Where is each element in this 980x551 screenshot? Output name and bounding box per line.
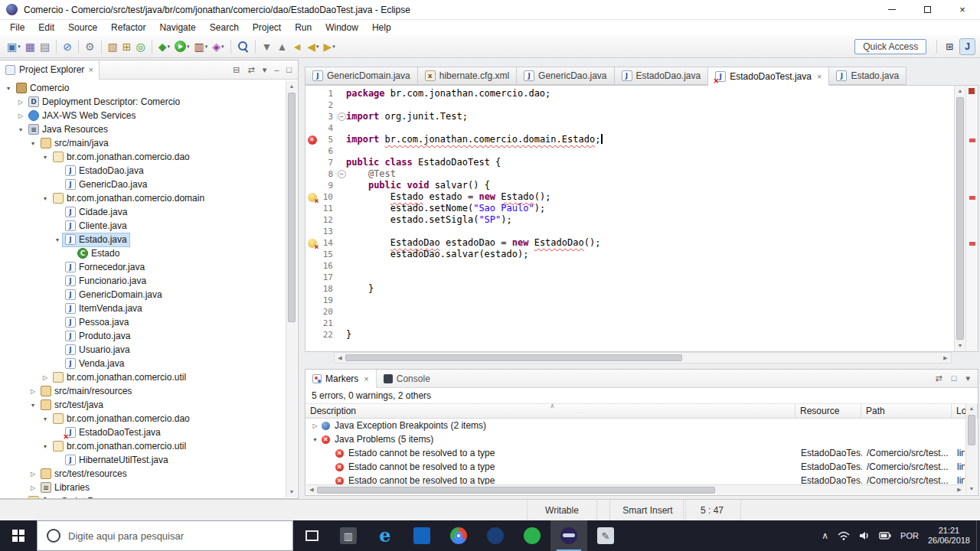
project-explorer-tab[interactable]: Project Explorer × <box>0 60 100 80</box>
tree-item[interactable]: ▷br.com.jonathan.comercio.util <box>0 370 285 384</box>
tree-item[interactable]: JHibernateUtilTest.java <box>0 453 285 467</box>
collapsed-arrow-icon[interactable]: ▷ <box>309 422 321 429</box>
scroll-right-icon[interactable]: ▶ <box>954 487 965 493</box>
scroll-down-icon[interactable]: ▼ <box>955 341 965 351</box>
tree-item[interactable]: JGenericDomain.java <box>0 288 285 302</box>
scroll-left-icon[interactable]: ◀ <box>335 355 345 361</box>
tree-item[interactable]: ▾JEstado.java <box>0 233 285 246</box>
menu-navigate[interactable]: Navigate <box>152 21 202 34</box>
code-line[interactable]: ×10 Estado estado = new Estado(); <box>306 191 953 203</box>
taskbar-app-5[interactable]: ✎ <box>587 520 624 551</box>
close-icon[interactable]: × <box>88 65 93 74</box>
overview-ruler[interactable] <box>965 86 978 351</box>
new-java-package-button[interactable]: ⊞ <box>120 38 134 55</box>
markers-column-resource[interactable]: Resource <box>795 404 861 418</box>
collapsed-arrow-icon[interactable]: ▷ <box>15 112 26 119</box>
tree-item[interactable]: ▾Comercio <box>0 81 285 95</box>
maximize-view-icon[interactable]: □ <box>286 65 292 75</box>
code-line[interactable]: 6 <box>306 145 953 157</box>
code-line[interactable]: 17 <box>306 272 953 283</box>
menu-help[interactable]: Help <box>365 21 398 34</box>
code-line[interactable]: 20 <box>306 306 953 318</box>
code-line[interactable]: 11 estado.setNome("Sao Paulo"); <box>306 203 953 214</box>
menu-run[interactable]: Run <box>288 21 318 34</box>
menu-file[interactable]: File <box>3 21 31 34</box>
taskbar-app-2[interactable] <box>403 520 440 551</box>
code-line[interactable]: 4 <box>306 122 953 134</box>
taskbar-app-chrome[interactable] <box>440 520 477 551</box>
back-button[interactable]: ◀▾ <box>305 38 321 55</box>
restore-view-icon[interactable]: □ <box>952 373 957 383</box>
collapsed-arrow-icon[interactable]: ▷ <box>28 388 38 395</box>
tree-item[interactable]: ▾≡Java Resources <box>0 122 285 136</box>
save-button[interactable]: ▦ <box>23 38 38 55</box>
external-tools-button[interactable]: ◈▾ <box>210 38 226 55</box>
tree-item[interactable]: JFuncionario.java <box>0 274 285 288</box>
tree-item[interactable]: ▷DDeployment Descriptor: Comercio <box>0 95 285 109</box>
markers-scrollbar[interactable]: ▲ ▼ <box>965 403 977 494</box>
code-line[interactable]: 2 <box>306 99 953 111</box>
expanded-arrow-icon[interactable]: ▾ <box>28 402 38 409</box>
expanded-arrow-icon[interactable]: ▾ <box>309 436 321 443</box>
tree-item[interactable]: ▷src/main/resources <box>0 384 285 398</box>
menu-source[interactable]: Source <box>61 21 104 34</box>
taskbar-app-1[interactable]: ▥ <box>330 520 367 551</box>
tab-hibernate.cfg.xml[interactable]: xhibernate.cfg.xml <box>418 67 517 85</box>
previous-annotation-button[interactable]: ▲ <box>274 38 289 55</box>
new-java-class-button[interactable]: ◎ <box>133 38 147 55</box>
last-edit-location-button[interactable]: ◄ <box>289 38 305 55</box>
expanded-arrow-icon[interactable]: ▾ <box>40 195 51 202</box>
close-icon[interactable]: × <box>817 72 822 81</box>
scroll-down-icon[interactable]: ▼ <box>966 484 977 494</box>
editor-horizontal-scrollbar[interactable]: ◀ ▶ <box>334 352 952 364</box>
menu-window[interactable]: Window <box>318 21 365 34</box>
alternate-layout-icon[interactable]: ⇄ <box>936 373 942 383</box>
task-view-button[interactable] <box>293 520 330 551</box>
tree-item[interactable]: JPessoa.java <box>0 315 285 329</box>
expanded-arrow-icon[interactable]: ▾ <box>40 154 51 161</box>
tree-item[interactable]: ▷JAX-WS Web Services <box>0 109 285 122</box>
scroll-up-icon[interactable]: ▲ <box>966 403 977 414</box>
tree-item[interactable]: ▾src/main/java <box>0 136 285 150</box>
code-line[interactable]: 9 public void salvar() { <box>306 180 953 191</box>
close-button[interactable]: × <box>945 0 980 20</box>
java-perspective-button[interactable]: J <box>959 38 975 55</box>
tree-item[interactable]: JGenericDao.java <box>0 178 285 191</box>
clock[interactable]: 21:21 26/06/2018 <box>928 526 970 546</box>
code-line[interactable]: ×5import br.com.jonathan.comercio.domain… <box>306 134 953 145</box>
next-annotation-button[interactable]: ▼ <box>260 38 275 55</box>
tree-item[interactable]: ▷SJavaScript Resources <box>0 494 285 498</box>
tree-item[interactable]: JEstadoDao.java <box>0 164 285 178</box>
fold-collapse-icon[interactable]: − <box>338 112 346 121</box>
code-line[interactable]: 16 <box>306 260 953 272</box>
markers-row[interactable]: ▷Java Exception Breakpoints (2 items) <box>306 419 965 432</box>
quickfix-error-icon[interactable]: × <box>308 193 317 202</box>
markers-row[interactable]: ▾Java Problems (5 items) <box>306 432 965 446</box>
quick-access-box[interactable]: Quick Access <box>854 39 926 54</box>
editor-vertical-scrollbar[interactable]: ▲ ▼ <box>954 86 965 351</box>
keyboard-language-indicator[interactable]: POR <box>900 531 919 540</box>
collapsed-arrow-icon[interactable]: ▷ <box>15 99 26 106</box>
expanded-arrow-icon[interactable]: ▾ <box>28 140 38 147</box>
tree-item[interactable]: JFornecedor.java <box>0 260 285 274</box>
error-mark[interactable] <box>969 139 975 142</box>
collapse-all-icon[interactable]: ⊟ <box>233 65 240 75</box>
quickfix-error-icon[interactable]: × <box>308 239 317 248</box>
tree-item[interactable]: ▾br.com.jonathan.comercio.dao <box>0 412 285 425</box>
code-line[interactable]: 22} <box>306 329 953 341</box>
scroll-up-icon[interactable]: ▲ <box>955 86 965 96</box>
tree-item[interactable]: JCliente.java <box>0 219 285 233</box>
minimize-button[interactable] <box>874 0 910 20</box>
print-button[interactable]: ▤ <box>38 38 52 55</box>
code-line[interactable]: ×14 EstadoDao estadoDao = new EstadoDao(… <box>306 237 953 249</box>
menu-project[interactable]: Project <box>246 21 288 34</box>
view-menu-icon[interactable]: ▾ <box>263 65 267 75</box>
scrollbar-thumb[interactable] <box>956 97 964 340</box>
error-mark[interactable] <box>969 196 975 200</box>
collapsed-arrow-icon[interactable]: ▷ <box>15 498 26 499</box>
close-icon[interactable]: × <box>364 374 368 383</box>
tree-item[interactable]: ▾br.com.jonathan.comercio.domain <box>0 191 285 205</box>
tree-item[interactable]: ▷src/test/resources <box>0 467 285 481</box>
skip-all-breakpoints-button[interactable]: ⊘ <box>60 38 74 55</box>
start-button[interactable] <box>0 520 37 551</box>
